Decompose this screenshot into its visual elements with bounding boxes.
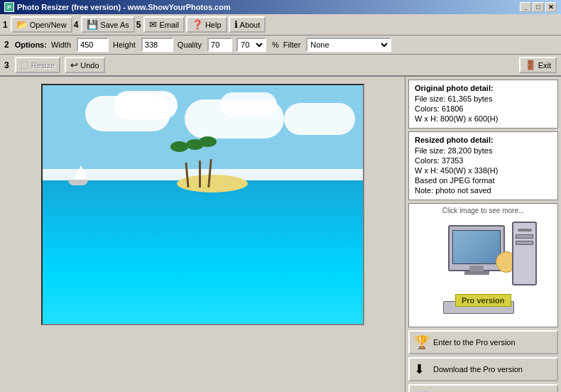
about-icon: ℹ — [234, 19, 238, 30]
resized-format: Based on JPEG format — [415, 176, 552, 185]
right-panel: Original photo detail: File size: 61,365… — [405, 77, 561, 392]
palm-top3 — [186, 139, 204, 150]
about-label: About — [240, 21, 261, 29]
palm3 — [199, 160, 201, 187]
close-button[interactable]: ✕ — [545, 2, 557, 12]
options-row: 2 Options: Width Height Quality 70 % Fil… — [0, 36, 561, 55]
monitor-base — [464, 271, 489, 275]
step2-label: 2 — [4, 40, 9, 50]
monitor — [448, 225, 505, 271]
ocean — [43, 180, 363, 324]
step5-label: 5 — [136, 20, 141, 30]
minimize-button[interactable]: _ — [520, 2, 531, 12]
resized-photo-title: Resized photo detail: — [415, 136, 552, 144]
tell-friend-icon: 👥 — [414, 388, 430, 392]
title-bar-left: P Photo Resizer (free version) - www.Sho… — [4, 2, 231, 12]
original-photo-box: Original photo detail: File size: 61,365… — [408, 80, 558, 129]
resize-button[interactable]: ⬚ Resize — [15, 57, 61, 73]
exit-icon: 🚪 — [525, 60, 536, 70]
tell-friend-button[interactable]: 👥 Tell a friend about this tool — [408, 384, 558, 392]
filter-select[interactable]: None Sharpen Soften Grayscale — [306, 38, 391, 52]
undo-label: Undo — [80, 61, 99, 70]
exit-button[interactable]: 🚪 Exit — [519, 57, 557, 73]
undo-icon: ↩ — [70, 60, 78, 70]
resized-dimensions: W x H: 450(W) x 338(H) — [415, 166, 552, 175]
download-pro-label: Download the Pro version — [433, 365, 523, 374]
pro-computer-illustration: Pro version — [409, 204, 557, 327]
tower-power-btn — [518, 229, 532, 232]
step4-label: 4 — [74, 20, 79, 30]
save-icon: 💾 — [87, 19, 98, 30]
resized-note: Note: photo not saved — [415, 186, 552, 195]
photo-image — [43, 85, 363, 324]
height-label: Height — [113, 40, 136, 49]
open-icon: 📂 — [16, 19, 28, 30]
email-icon: ✉ — [149, 19, 157, 30]
original-colors: Colors: 61806 — [415, 104, 552, 113]
tower-drive1 — [516, 234, 533, 239]
computer-tower — [512, 222, 537, 285]
title-bar: P Photo Resizer (free version) - www.Sho… — [0, 0, 561, 14]
hull — [68, 180, 88, 185]
email-button[interactable]: ✉ Email — [143, 16, 185, 33]
help-icon: ❓ — [192, 19, 203, 30]
cloud5 — [284, 103, 355, 135]
maximize-button[interactable]: □ — [533, 2, 544, 12]
download-pro-button[interactable]: ⬇ Download the Pro version — [408, 357, 558, 381]
resized-file-size: File size: 28,200 bytes — [415, 146, 552, 155]
exit-label: Exit — [538, 61, 551, 70]
email-label: Email — [159, 21, 179, 29]
enter-pro-button[interactable]: 🏆 Enter to the Pro version — [408, 330, 558, 354]
resized-colors: Colors: 37353 — [415, 156, 552, 165]
tower-drive2 — [516, 241, 533, 245]
pro-badge: Pro version — [455, 294, 511, 307]
cloud2 — [114, 91, 178, 119]
sail — [74, 165, 88, 180]
options-label: Options: — [15, 40, 47, 49]
quality-input[interactable] — [207, 38, 232, 52]
resize-icon: ⬚ — [21, 60, 29, 70]
height-input[interactable] — [141, 38, 173, 52]
main-window: 1 📂 Open/New 4 💾 Save As 5 ✉ Email ❓ Hel… — [0, 14, 561, 392]
help-button[interactable]: ❓ Help — [186, 16, 227, 33]
about-button[interactable]: ℹ About — [229, 16, 266, 33]
resized-photo-box: Resized photo detail: File size: 28,200 … — [408, 131, 558, 200]
sailboat — [68, 168, 89, 185]
original-file-size: File size: 61,365 bytes — [415, 94, 552, 103]
pro-image-box[interactable]: Click image to see more... — [408, 203, 558, 327]
step1-label: 1 — [3, 20, 8, 30]
resize-label: Resize — [31, 61, 55, 70]
original-photo-title: Original photo detail: — [415, 84, 552, 92]
open-new-button[interactable]: 📂 Open/New — [11, 16, 72, 33]
enter-pro-icon: 🏆 — [414, 334, 430, 350]
photo-container[interactable] — [41, 84, 364, 325]
quality-select[interactable]: 70 — [236, 38, 266, 52]
enter-pro-label: Enter to the Pro version — [433, 338, 516, 347]
percent-label: % — [272, 40, 279, 49]
open-new-label: Open/New — [30, 21, 67, 29]
quality-label: Quality — [178, 40, 202, 49]
width-input[interactable] — [77, 38, 109, 52]
step3-label: 3 — [4, 60, 9, 70]
cloud4 — [220, 92, 277, 117]
original-dimensions: W x H: 800(W) x 600(H) — [415, 114, 552, 123]
toolbar-area: 1 📂 Open/New 4 💾 Save As 5 ✉ Email ❓ Hel… — [0, 14, 561, 36]
palm-top1 — [170, 141, 188, 152]
monitor-stand — [469, 266, 484, 271]
undo-button[interactable]: ↩ Undo — [65, 57, 104, 73]
save-as-button[interactable]: 💾 Save As — [81, 16, 134, 33]
window-title: Photo Resizer (free version) - www.ShowY… — [17, 3, 231, 11]
save-as-label: Save As — [100, 21, 129, 29]
filter-label: Filter — [283, 40, 300, 49]
action-row: 3 ⬚ Resize ↩ Undo 🚪 Exit — [0, 55, 561, 77]
content-area: Original photo detail: File size: 61,365… — [0, 77, 561, 392]
help-label: Help — [205, 21, 222, 29]
title-controls[interactable]: _ □ ✕ — [520, 2, 557, 12]
monitor-screen — [452, 230, 501, 264]
download-pro-icon: ⬇ — [414, 361, 430, 377]
app-icon: P — [4, 2, 14, 12]
width-label: Width — [51, 40, 71, 49]
photo-area — [0, 77, 405, 392]
